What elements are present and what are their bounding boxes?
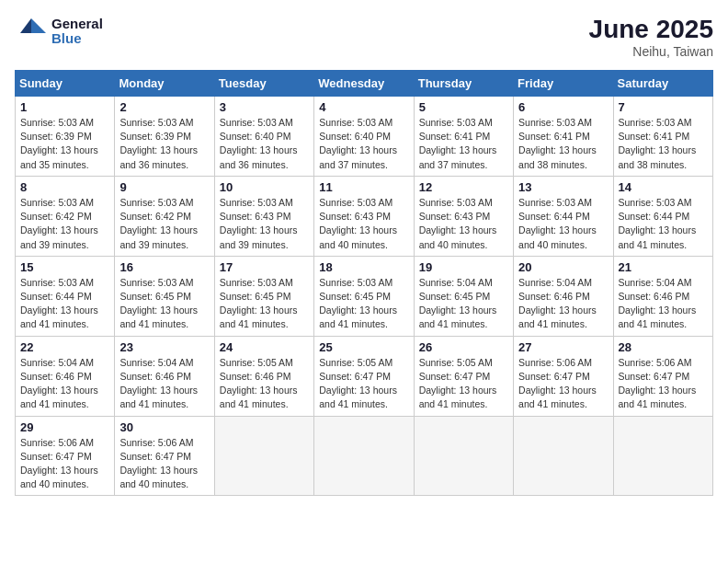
day-cell-29: 29 Sunrise: 5:06 AM Sunset: 6:47 PM Dayl… xyxy=(16,416,115,496)
calendar-table: Sunday Monday Tuesday Wednesday Thursday… xyxy=(15,70,713,496)
day-cell-27: 27 Sunrise: 5:06 AM Sunset: 6:47 PM Dayl… xyxy=(514,336,613,416)
title-block: June 2025 Neihu, Taiwan xyxy=(589,15,713,59)
week-row-1: 1 Sunrise: 5:03 AM Sunset: 6:39 PM Dayli… xyxy=(16,97,713,177)
day-num-14: 14 xyxy=(619,180,708,194)
day-cell-1: 1 Sunrise: 5:03 AM Sunset: 6:39 PM Dayli… xyxy=(16,97,115,177)
day-cell-5: 5 Sunrise: 5:03 AM Sunset: 6:41 PM Dayli… xyxy=(414,97,513,177)
day-info-24: Sunrise: 5:05 AM Sunset: 6:46 PM Dayligh… xyxy=(220,356,309,412)
day-cell-25: 25 Sunrise: 5:05 AM Sunset: 6:47 PM Dayl… xyxy=(314,336,414,416)
day-info-16: Sunrise: 5:03 AM Sunset: 6:45 PM Dayligh… xyxy=(119,276,209,332)
day-num-6: 6 xyxy=(518,100,608,114)
day-cell-19: 19 Sunrise: 5:04 AM Sunset: 6:45 PM Dayl… xyxy=(414,256,513,336)
day-cell-18: 18 Sunrise: 5:03 AM Sunset: 6:45 PM Dayl… xyxy=(314,256,414,336)
day-info-6: Sunrise: 5:03 AM Sunset: 6:41 PM Dayligh… xyxy=(518,116,608,172)
day-cell-17: 17 Sunrise: 5:03 AM Sunset: 6:45 PM Dayl… xyxy=(214,256,313,336)
header-saturday: Saturday xyxy=(613,71,712,97)
month-year-title: June 2025 xyxy=(589,15,713,44)
logo-icon xyxy=(15,15,48,48)
day-cell-16: 16 Sunrise: 5:03 AM Sunset: 6:45 PM Dayl… xyxy=(115,256,214,336)
day-cell-30: 30 Sunrise: 5:06 AM Sunset: 6:47 PM Dayl… xyxy=(115,416,214,496)
day-info-26: Sunrise: 5:05 AM Sunset: 6:47 PM Dayligh… xyxy=(419,356,508,412)
header-monday: Monday xyxy=(115,71,214,97)
empty-cell xyxy=(414,416,513,496)
day-cell-12: 12 Sunrise: 5:03 AM Sunset: 6:43 PM Dayl… xyxy=(414,176,513,256)
day-cell-21: 21 Sunrise: 5:04 AM Sunset: 6:46 PM Dayl… xyxy=(613,256,712,336)
week-row: 15 Sunrise: 5:03 AM Sunset: 6:44 PM Dayl… xyxy=(16,256,713,336)
day-num-2: 2 xyxy=(119,100,209,114)
header-friday: Friday xyxy=(514,71,613,97)
day-cell-11: 11 Sunrise: 5:03 AM Sunset: 6:43 PM Dayl… xyxy=(314,176,414,256)
day-num-1: 1 xyxy=(20,100,109,114)
day-num-23: 23 xyxy=(119,340,209,354)
day-cell-28: 28 Sunrise: 5:06 AM Sunset: 6:47 PM Dayl… xyxy=(613,336,712,416)
day-info-23: Sunrise: 5:04 AM Sunset: 6:46 PM Dayligh… xyxy=(119,356,209,412)
empty-cell xyxy=(613,416,712,496)
day-num-11: 11 xyxy=(319,180,408,194)
day-num-22: 22 xyxy=(20,340,109,354)
day-cell-26: 26 Sunrise: 5:05 AM Sunset: 6:47 PM Dayl… xyxy=(414,336,513,416)
day-info-20: Sunrise: 5:04 AM Sunset: 6:46 PM Dayligh… xyxy=(518,276,608,332)
day-num-25: 25 xyxy=(319,340,408,354)
day-info-27: Sunrise: 5:06 AM Sunset: 6:47 PM Dayligh… xyxy=(518,356,608,412)
day-cell-22: 22 Sunrise: 5:04 AM Sunset: 6:46 PM Dayl… xyxy=(16,336,115,416)
day-num-15: 15 xyxy=(20,260,109,274)
day-num-24: 24 xyxy=(220,340,309,354)
day-num-12: 12 xyxy=(419,180,508,194)
day-info-1: Sunrise: 5:03 AM Sunset: 6:39 PM Dayligh… xyxy=(20,116,109,172)
header-tuesday: Tuesday xyxy=(214,71,313,97)
location-label: Neihu, Taiwan xyxy=(589,44,713,59)
day-num-21: 21 xyxy=(619,260,708,274)
svg-marker-0 xyxy=(31,18,46,33)
week-row: 8 Sunrise: 5:03 AM Sunset: 6:42 PM Dayli… xyxy=(16,176,713,256)
logo-text-general: General xyxy=(51,17,103,32)
day-cell-6: 6 Sunrise: 5:03 AM Sunset: 6:41 PM Dayli… xyxy=(514,97,613,177)
day-info-29: Sunrise: 5:06 AM Sunset: 6:47 PM Dayligh… xyxy=(20,436,109,492)
day-info-28: Sunrise: 5:06 AM Sunset: 6:47 PM Dayligh… xyxy=(619,356,708,412)
day-num-16: 16 xyxy=(119,260,209,274)
empty-cell xyxy=(514,416,613,496)
day-num-3: 3 xyxy=(220,100,309,114)
day-info-14: Sunrise: 5:03 AM Sunset: 6:44 PM Dayligh… xyxy=(619,196,708,252)
day-cell-4: 4 Sunrise: 5:03 AM Sunset: 6:40 PM Dayli… xyxy=(314,97,414,177)
day-info-21: Sunrise: 5:04 AM Sunset: 6:46 PM Dayligh… xyxy=(619,276,708,332)
day-info-30: Sunrise: 5:06 AM Sunset: 6:47 PM Dayligh… xyxy=(119,436,209,492)
day-num-4: 4 xyxy=(319,100,408,114)
day-cell-3: 3 Sunrise: 5:03 AM Sunset: 6:40 PM Dayli… xyxy=(214,97,313,177)
header-thursday: Thursday xyxy=(414,71,513,97)
day-num-18: 18 xyxy=(319,260,408,274)
weekday-header-row: Sunday Monday Tuesday Wednesday Thursday… xyxy=(16,71,713,97)
day-num-26: 26 xyxy=(419,340,508,354)
day-num-28: 28 xyxy=(619,340,708,354)
day-cell-14: 14 Sunrise: 5:03 AM Sunset: 6:44 PM Dayl… xyxy=(613,176,712,256)
day-info-10: Sunrise: 5:03 AM Sunset: 6:43 PM Dayligh… xyxy=(220,196,309,252)
day-info-22: Sunrise: 5:04 AM Sunset: 6:46 PM Dayligh… xyxy=(20,356,109,412)
day-num-5: 5 xyxy=(419,100,508,114)
day-info-13: Sunrise: 5:03 AM Sunset: 6:44 PM Dayligh… xyxy=(518,196,608,252)
day-info-25: Sunrise: 5:05 AM Sunset: 6:47 PM Dayligh… xyxy=(319,356,408,412)
day-cell-24: 24 Sunrise: 5:05 AM Sunset: 6:46 PM Dayl… xyxy=(214,336,313,416)
day-info-4: Sunrise: 5:03 AM Sunset: 6:40 PM Dayligh… xyxy=(319,116,408,172)
svg-marker-1 xyxy=(20,18,31,33)
day-info-19: Sunrise: 5:04 AM Sunset: 6:45 PM Dayligh… xyxy=(419,276,508,332)
header-wednesday: Wednesday xyxy=(314,71,414,97)
day-num-13: 13 xyxy=(518,180,608,194)
day-num-17: 17 xyxy=(220,260,309,274)
day-info-2: Sunrise: 5:03 AM Sunset: 6:39 PM Dayligh… xyxy=(119,116,209,172)
day-num-20: 20 xyxy=(518,260,608,274)
day-cell-15: 15 Sunrise: 5:03 AM Sunset: 6:44 PM Dayl… xyxy=(16,256,115,336)
logo-text-blue: Blue xyxy=(51,31,103,47)
day-info-9: Sunrise: 5:03 AM Sunset: 6:42 PM Dayligh… xyxy=(119,196,209,252)
week-row: 29 Sunrise: 5:06 AM Sunset: 6:47 PM Dayl… xyxy=(16,416,713,496)
day-cell-9: 9 Sunrise: 5:03 AM Sunset: 6:42 PM Dayli… xyxy=(115,176,214,256)
day-info-5: Sunrise: 5:03 AM Sunset: 6:41 PM Dayligh… xyxy=(419,116,508,172)
day-num-9: 9 xyxy=(119,180,209,194)
day-info-12: Sunrise: 5:03 AM Sunset: 6:43 PM Dayligh… xyxy=(419,196,508,252)
day-cell-13: 13 Sunrise: 5:03 AM Sunset: 6:44 PM Dayl… xyxy=(514,176,613,256)
logo: General Blue xyxy=(15,15,103,48)
day-num-30: 30 xyxy=(119,420,209,434)
day-cell-2: 2 Sunrise: 5:03 AM Sunset: 6:39 PM Dayli… xyxy=(115,97,214,177)
day-cell-8: 8 Sunrise: 5:03 AM Sunset: 6:42 PM Dayli… xyxy=(16,176,115,256)
day-num-7: 7 xyxy=(619,100,708,114)
day-info-11: Sunrise: 5:03 AM Sunset: 6:43 PM Dayligh… xyxy=(319,196,408,252)
day-info-15: Sunrise: 5:03 AM Sunset: 6:44 PM Dayligh… xyxy=(20,276,109,332)
